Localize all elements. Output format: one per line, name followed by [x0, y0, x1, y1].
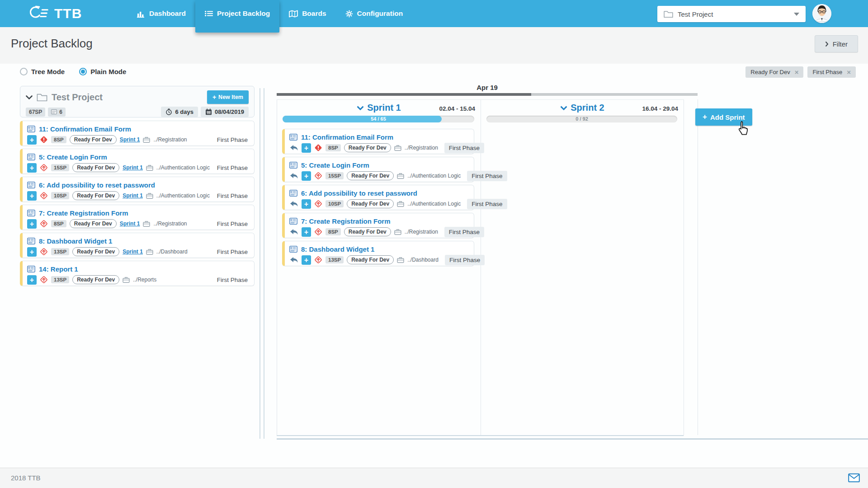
work-item-card[interactable]: 11: Confirmation Email Form +	[282, 129, 474, 154]
main-content: Tree Mode Plain Mode Ready For Dev × Fir…	[0, 64, 868, 468]
undo-icon[interactable]	[289, 256, 298, 263]
add-subitem-button[interactable]: +	[302, 171, 311, 181]
panel-scrollbar-track[interactable]	[259, 88, 260, 439]
item-title[interactable]: 8: Dashboard Widget 1	[301, 245, 374, 253]
item-title[interactable]: 6: Add possibility to reset password	[39, 181, 155, 189]
priority-high-icon	[40, 248, 48, 256]
project-selector[interactable]: Test Project	[657, 6, 806, 22]
close-icon[interactable]: ×	[847, 69, 851, 75]
add-sprint-button[interactable]: + Add Sprint	[695, 108, 752, 126]
priority-high-icon	[314, 172, 322, 180]
phase-label: First Phase	[217, 192, 248, 199]
plain-mode-label[interactable]: Plain Mode	[90, 68, 126, 75]
sprint-link[interactable]: Sprint 1	[123, 192, 143, 199]
work-item-card[interactable]: 8: Dashboard Widget 1 +	[282, 241, 474, 266]
item-title[interactable]: 14: Report 1	[39, 265, 78, 273]
add-subitem-button[interactable]: +	[302, 255, 311, 265]
story-points-badge: 13SP	[51, 248, 69, 255]
status-badge: Ready For Dev	[70, 219, 117, 228]
active-filter-chips: Ready For Dev × First Phase ×	[745, 66, 856, 78]
nav-item-boards[interactable]: Boards	[279, 0, 335, 27]
item-title[interactable]: 5: Create Login Form	[301, 161, 369, 169]
briefcase-icon	[394, 229, 401, 235]
work-item-card[interactable]: 7: Create Registration Form +	[282, 213, 474, 238]
nav-item-project-backlog[interactable]: Project Backlog	[195, 0, 279, 33]
calendar-icon	[205, 108, 212, 115]
sprint-link[interactable]: Sprint 1	[123, 164, 143, 171]
add-subitem-button[interactable]: +	[302, 143, 311, 153]
work-item-card[interactable]: 5: Create Login Form + 15SP Ready For De…	[20, 149, 255, 174]
work-item-card[interactable]: 7: Create Registration Form + 8SP Ready …	[20, 205, 255, 230]
sprint-header[interactable]: Sprint 2	[481, 103, 684, 113]
timeline-scrollbar-thumb[interactable]	[277, 93, 531, 96]
item-title[interactable]: 6: Add possibility to reset password	[301, 189, 417, 197]
sprint-link[interactable]: Sprint 1	[120, 136, 140, 143]
nav-item-label: Project Backlog	[217, 9, 270, 18]
panel-scrollbar-thumb[interactable]	[264, 88, 264, 439]
nav-item-configuration[interactable]: Configuration	[336, 0, 413, 27]
item-title[interactable]: 8: Dashboard Widget 1	[39, 237, 112, 245]
item-path: ../Authentication Logic	[407, 201, 461, 207]
undo-icon[interactable]	[289, 200, 298, 207]
work-item-card[interactable]: 11: Confirmation Email Form + 8SP Ready …	[20, 121, 255, 146]
priority-highest-icon	[40, 136, 48, 144]
filter-chip-first-phase[interactable]: First Phase ×	[807, 66, 856, 78]
undo-icon[interactable]	[289, 144, 298, 151]
tree-mode-radio[interactable]	[20, 68, 28, 75]
item-title[interactable]: 11: Confirmation Email Form	[301, 133, 393, 141]
folder-icon	[664, 10, 673, 18]
chevron-down-icon	[560, 106, 567, 110]
tree-mode-option[interactable]: Tree Mode	[20, 68, 65, 75]
timeline-scrollbar[interactable]	[277, 93, 698, 96]
undo-icon[interactable]	[289, 228, 298, 235]
item-title[interactable]: 11: Confirmation Email Form	[39, 125, 131, 133]
add-subitem-button[interactable]: +	[27, 275, 37, 285]
item-title[interactable]: 7: Create Registration Form	[39, 209, 128, 217]
add-subitem-button[interactable]: +	[27, 219, 37, 229]
item-path: ../Authentication Logic	[407, 173, 461, 179]
app-logo[interactable]: TTB	[28, 0, 82, 27]
plain-mode-radio[interactable]	[79, 68, 87, 75]
work-item-card[interactable]: 6: Add possibility to reset password + 1…	[20, 177, 255, 202]
filter-button[interactable]: Filter	[815, 35, 858, 52]
story-points-badge: 10SP	[326, 200, 344, 207]
chevron-right-icon	[825, 41, 829, 47]
work-item-card[interactable]: 6: Add possibility to reset password +	[282, 185, 474, 210]
sprint-link[interactable]: Sprint 1	[123, 249, 143, 255]
item-title[interactable]: 5: Create Login Form	[39, 153, 107, 161]
page-header: Project Backlog Filter	[0, 27, 868, 64]
story-points-badge: 8SP	[51, 220, 66, 227]
undo-icon[interactable]	[289, 172, 298, 179]
work-item-card[interactable]: 14: Report 1 + 13SP Ready For Dev	[20, 261, 255, 286]
sprint-progress-bar: 54 / 65	[283, 116, 474, 122]
user-avatar[interactable]	[812, 4, 831, 23]
work-item-card[interactable]: 8: Dashboard Widget 1 + 13SP Ready For D…	[20, 233, 255, 258]
phase-label: First Phase	[217, 277, 248, 283]
plain-mode-option[interactable]: Plain Mode	[79, 68, 126, 75]
item-path: ../Dashboard	[156, 249, 188, 255]
add-subitem-button[interactable]: +	[27, 163, 37, 173]
status-badge: Ready For Dev	[344, 143, 391, 152]
envelope-icon[interactable]	[848, 473, 860, 483]
add-subitem-button[interactable]: +	[27, 191, 37, 201]
new-item-button[interactable]: + New Item	[207, 90, 249, 104]
work-item-card[interactable]: 5: Create Login Form +	[282, 157, 474, 182]
sprint-link[interactable]: Sprint 1	[120, 221, 140, 227]
status-badge: Ready For Dev	[72, 191, 119, 200]
add-subitem-button[interactable]: +	[302, 227, 311, 237]
chevron-down-icon[interactable]	[26, 95, 33, 99]
chip-label: Ready For Dev	[750, 69, 790, 75]
add-subitem-button[interactable]: +	[27, 135, 37, 145]
close-icon[interactable]: ×	[795, 69, 799, 75]
sprint-column-2: 16.04 - 29.04 Sprint 2 0 / 92	[481, 100, 684, 436]
sprint-header[interactable]: Sprint 1	[277, 103, 481, 113]
tree-mode-label[interactable]: Tree Mode	[31, 68, 65, 75]
filter-button-label: Filter	[833, 40, 848, 48]
add-subitem-button[interactable]: +	[27, 247, 37, 257]
add-subitem-button[interactable]: +	[302, 199, 311, 209]
filter-chip-ready-for-dev[interactable]: Ready For Dev ×	[745, 66, 803, 78]
nav-item-dashboard[interactable]: Dashboard	[127, 0, 195, 27]
copyright-text: 2018 TTB	[11, 474, 41, 482]
item-title[interactable]: 7: Create Registration Form	[301, 217, 391, 225]
phase-label: First Phase	[217, 221, 248, 227]
